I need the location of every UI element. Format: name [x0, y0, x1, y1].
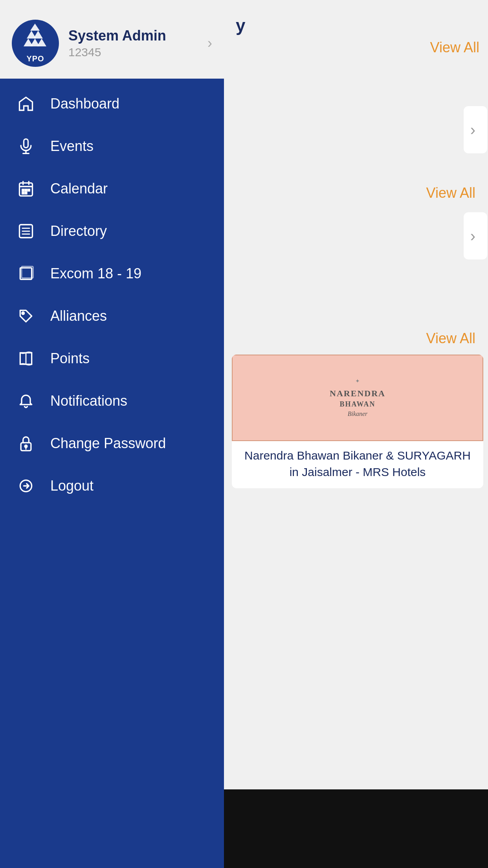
view-all-top[interactable]: View All — [236, 39, 479, 56]
svg-marker-5 — [30, 24, 40, 31]
sidebar-label-points: Points — [50, 350, 90, 367]
user-id: 12345 — [68, 46, 198, 59]
right-card-2[interactable]: › — [464, 212, 487, 259]
sidebar-label-logout: Logout — [50, 478, 94, 494]
bell-icon — [16, 392, 36, 410]
hotel-name-top: NARENDRA — [330, 388, 385, 400]
sidebar: YPO System Admin 12345 › Dashboard Event… — [0, 0, 224, 868]
view-all-2[interactable]: View All — [426, 185, 475, 201]
hotel-card[interactable]: ✦ NARENDRA BHAWAN Bikaner Narendra Bhawa… — [232, 355, 483, 488]
right-card-1[interactable]: › — [464, 106, 487, 153]
sidebar-item-alliances[interactable]: Alliances — [0, 295, 224, 337]
sidebar-item-points[interactable]: Points — [0, 337, 224, 380]
sidebar-item-events[interactable]: Events — [0, 125, 224, 167]
sidebar-item-notifications[interactable]: Notifications — [0, 380, 224, 422]
hotel-image-text: ✦ NARENDRA BHAWAN Bikaner — [330, 377, 385, 418]
chevron-right-icon-1: › — [470, 121, 475, 139]
home-icon — [16, 95, 36, 112]
svg-marker-2 — [37, 39, 46, 46]
sidebar-item-directory[interactable]: Directory — [0, 210, 224, 252]
top-right-header: y View All — [224, 0, 488, 64]
sidebar-item-excom[interactable]: Excom 18 - 19 — [0, 252, 224, 295]
sidebar-label-dashboard: Dashboard — [50, 96, 119, 112]
bottom-card — [224, 789, 488, 868]
sidebar-label-alliances: Alliances — [50, 308, 107, 324]
sidebar-label-events: Events — [50, 138, 94, 154]
hotel-name-sub: BHAWAN — [330, 399, 385, 409]
book-icon — [16, 350, 36, 367]
tag-icon — [16, 307, 36, 325]
sidebar-item-dashboard[interactable]: Dashboard — [0, 83, 224, 125]
mic-icon — [16, 138, 36, 155]
header-title-partial: y — [236, 16, 479, 35]
view-all-hotel[interactable]: View All — [232, 330, 483, 347]
list-icon — [16, 223, 36, 240]
svg-point-24 — [22, 312, 24, 314]
sidebar-item-logout[interactable]: Logout — [0, 465, 224, 507]
logout-icon — [16, 477, 36, 495]
svg-rect-17 — [25, 192, 27, 194]
sidebar-label-calendar: Calendar — [50, 180, 108, 197]
sidebar-label-directory: Directory — [50, 223, 107, 239]
hotel-description: Narendra Bhawan Bikaner & SURYAGARH in J… — [232, 441, 483, 480]
sidebar-item-calendar[interactable]: Calendar — [0, 167, 224, 210]
nav-menu: Dashboard Events Calendar Directory — [0, 79, 224, 868]
hotel-image: ✦ NARENDRA BHAWAN Bikaner — [232, 355, 483, 441]
ypo-logo: YPO — [12, 20, 59, 67]
sidebar-label-notifications: Notifications — [50, 393, 127, 409]
lock-icon — [16, 435, 36, 452]
layers-icon — [16, 265, 36, 282]
svg-marker-4 — [33, 31, 43, 39]
hotel-section: View All ✦ NARENDRA BHAWAN Bikaner Naren… — [224, 322, 488, 496]
hotel-city: Bikaner — [330, 410, 385, 418]
svg-rect-16 — [22, 192, 24, 194]
svg-rect-6 — [24, 139, 28, 148]
user-profile-chevron-icon[interactable]: › — [207, 35, 212, 51]
ypo-logo-icon — [22, 24, 49, 51]
calendar-icon — [16, 180, 36, 197]
svg-rect-13 — [22, 189, 24, 191]
sidebar-label-excom: Excom 18 - 19 — [50, 265, 141, 282]
user-header[interactable]: YPO System Admin 12345 › — [0, 0, 224, 79]
sidebar-label-change-password: Change Password — [50, 435, 166, 452]
user-name: System Admin — [68, 28, 198, 44]
svg-rect-15 — [28, 189, 30, 191]
ypo-text: YPO — [22, 54, 49, 63]
svg-rect-14 — [25, 189, 27, 191]
sidebar-item-change-password[interactable]: Change Password — [0, 422, 224, 465]
user-info: System Admin 12345 — [68, 28, 198, 59]
chevron-right-icon-2: › — [470, 227, 475, 245]
